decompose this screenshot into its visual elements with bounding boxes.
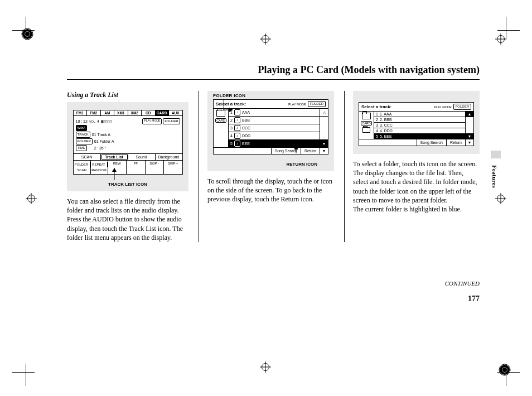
crop-mark: [12, 364, 35, 386]
track-icon: ♪: [234, 133, 240, 139]
scroll-up-icon[interactable]: △: [320, 109, 328, 117]
page-content: Playing a PC Card (Models with navigatio…: [67, 64, 480, 242]
column-2: FOLDER ICON Select a track: PLAY MODE FO…: [199, 91, 334, 242]
panel-folder-select: Select a track: PLAY MODE FOLDER CARD: [353, 91, 480, 154]
svg-marker-7: [112, 168, 117, 172]
track-row-selected[interactable]: 55. EEE: [374, 134, 465, 139]
registration-cross-icon: [26, 193, 37, 204]
page-number: 177: [468, 294, 480, 303]
tab-fm1[interactable]: FM1: [74, 110, 88, 115]
card-badge: CARD: [215, 118, 226, 123]
scroll-down-icon[interactable]: ▼: [465, 139, 473, 146]
registration-target-icon: [499, 364, 511, 376]
elapsed-time: 2 ' 35 ": [94, 146, 106, 150]
folder-scan-button[interactable]: FOLDER SCAN: [74, 161, 91, 174]
play-mode-button[interactable]: PLAY MODE: [434, 105, 452, 109]
column-3: Select a track: PLAY MODE FOLDER CARD: [344, 91, 480, 242]
tab-aux[interactable]: AUX: [169, 110, 182, 115]
registration-cross-icon: [260, 361, 271, 373]
tab-am[interactable]: AM: [101, 110, 115, 115]
return-button[interactable]: Return: [446, 139, 465, 146]
track-icon: ♪: [234, 117, 240, 123]
background-button[interactable]: Background: [156, 154, 182, 160]
select-track-screen: Select a track: PLAY MODE FOLDER CARD: [359, 102, 474, 146]
track-row[interactable]: 11. AAA: [374, 112, 465, 117]
tab-fm2[interactable]: FM2: [87, 110, 101, 115]
play-mode-button[interactable]: PLAY MODE: [288, 103, 306, 106]
scroll-up-icon[interactable]: ▲: [466, 112, 473, 117]
repeat-random-button[interactable]: REPEAT RANDOM: [91, 161, 108, 174]
continued-label: CONTINUED: [445, 280, 480, 287]
card-badge: CARD: [361, 121, 372, 125]
body-paragraph: The current folder is highlighted in blu…: [353, 205, 480, 214]
body-paragraph: You can also select a file directly from…: [67, 197, 188, 242]
track-row[interactable]: 2♪BBB: [229, 117, 320, 124]
vol-value: 4: [97, 119, 99, 123]
audio-display-screen: FM1 FM2 AM XM1 XM2 CD CARD AUX 10 : 12 V…: [73, 110, 183, 175]
folder-button[interactable]: FOLDER: [163, 118, 180, 124]
panel-folder-icon: FOLDER ICON Select a track: PLAY MODE FO…: [207, 91, 334, 171]
pointer-arrow-icon: [291, 146, 302, 157]
track-row[interactable]: 22. BBB: [374, 117, 465, 123]
scan-button[interactable]: SCAN: [74, 154, 101, 160]
folder-up-icon[interactable]: [216, 110, 225, 117]
folder-value: 01 Folder A: [94, 139, 114, 143]
folder-button[interactable]: FOLDER: [453, 104, 471, 110]
wma-badge: WMA: [76, 125, 88, 131]
track-row[interactable]: 44. DDD: [374, 128, 465, 134]
screen-heading: Select a track:: [361, 104, 391, 109]
side-tab-features: Features: [491, 162, 499, 191]
folder-up-icon[interactable]: [362, 113, 371, 119]
tab-xm1[interactable]: XM1: [114, 110, 128, 115]
svg-marker-12: [294, 146, 298, 149]
skip-fwd-button[interactable]: SKIP +: [164, 161, 182, 174]
track-icon: ♪: [234, 141, 240, 147]
track-icon: ♪: [234, 109, 240, 115]
time-badge: TIME: [76, 145, 87, 151]
body-paragraph: To select a folder, touch its icon on th…: [353, 160, 480, 205]
scroll-track: [466, 117, 473, 133]
side-tab-background: [491, 151, 501, 158]
registration-cross-icon: [260, 33, 271, 45]
track-row-selected[interactable]: 5♪EEE: [229, 140, 320, 147]
subhead-track-list: Using a Track List: [67, 91, 188, 99]
folder-badge: FOLDER: [76, 138, 93, 144]
clock-time: 10 : 12: [76, 119, 88, 123]
svg-point-1: [22, 29, 32, 39]
source-tabs: FM1 FM2 AM XM1 XM2 CD CARD AUX: [74, 110, 182, 116]
panel-caption: RETURN ICON: [286, 162, 317, 167]
skip-back-button[interactable]: SKIP -: [146, 161, 165, 174]
folder-icon[interactable]: [362, 127, 370, 133]
svg-marker-10: [229, 108, 233, 112]
play-mode-button[interactable]: PLAY MODE: [142, 118, 162, 124]
column-1: Using a Track List FM1 FM2 AM XM1 XM2 CD…: [67, 91, 188, 242]
track-badge: TRACK: [76, 132, 90, 138]
track-icon: ♪: [234, 125, 240, 131]
ff-button[interactable]: FF: [127, 161, 146, 174]
tab-cd[interactable]: CD: [142, 110, 156, 115]
registration-target-icon: [21, 28, 33, 40]
page-title: Playing a PC Card (Models with navigatio…: [67, 64, 480, 80]
scroll-track: [320, 117, 328, 139]
panel-caption: TRACK LIST ICON: [67, 182, 188, 187]
song-search-button[interactable]: Song Search: [417, 139, 446, 146]
track-value: 01 Track A: [92, 133, 110, 137]
track-row[interactable]: 3♪CCC: [229, 124, 320, 132]
svg-point-4: [500, 365, 510, 375]
body-paragraph: To scroll through the display, touch the…: [207, 177, 334, 204]
track-row[interactable]: 4♪DDD: [229, 132, 320, 140]
registration-cross-icon: [495, 33, 506, 45]
tab-card[interactable]: CARD: [156, 110, 170, 115]
sound-button[interactable]: Sound: [128, 154, 156, 160]
scroll-down-icon[interactable]: ▼: [320, 140, 328, 147]
panel-track-list: FM1 FM2 AM XM1 XM2 CD CARD AUX 10 : 12 V…: [67, 102, 188, 191]
folder-button[interactable]: FOLDER: [308, 101, 326, 107]
tab-xm2[interactable]: XM2: [128, 110, 142, 115]
scroll-down-icon[interactable]: ▼: [320, 148, 328, 154]
return-button[interactable]: Return: [301, 148, 320, 154]
track-list-button[interactable]: Track List: [101, 154, 128, 160]
scroll-down-icon[interactable]: ▼: [466, 134, 473, 139]
track-row[interactable]: 1♪AAA: [229, 109, 320, 117]
vol-label: VOL: [89, 120, 95, 123]
track-row[interactable]: 33. CCC: [374, 123, 465, 128]
